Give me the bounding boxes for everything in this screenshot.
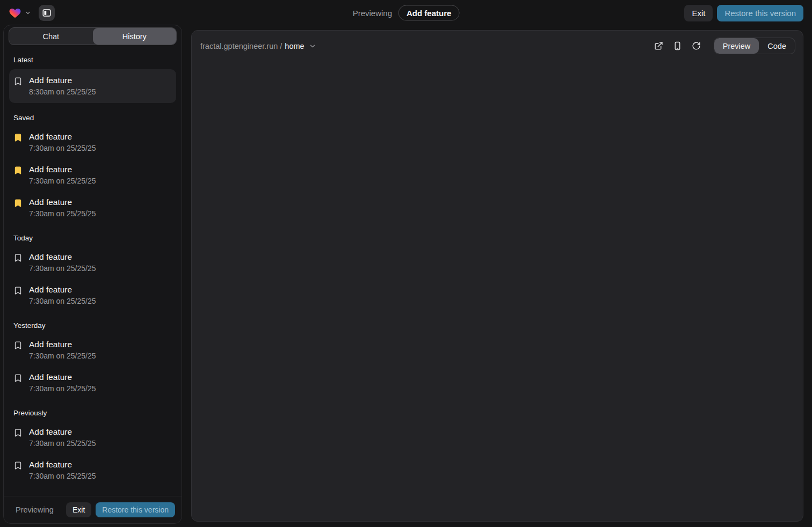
- top-bar: Previewing Add feature Exit Restore this…: [0, 0, 812, 26]
- bookmark-icon: [13, 77, 23, 86]
- preview-pane-header: fractal.gptengineer.run / home: [192, 31, 803, 61]
- section-title: Previously: [13, 409, 176, 417]
- item-title: Add feature: [29, 285, 96, 295]
- bookmark-icon: [13, 166, 23, 175]
- history-item[interactable]: Add feature 7:30am on 25/25/25: [9, 127, 176, 158]
- footer-exit-button[interactable]: Exit: [66, 502, 91, 517]
- brand[interactable]: [9, 6, 31, 19]
- history-section: Yesterday Add feature 7:30am on 25/25/25…: [9, 321, 176, 398]
- preview-status: Previewing Add feature: [353, 5, 460, 21]
- history-item[interactable]: Add feature 8:30am on 25/25/25: [9, 69, 176, 103]
- item-timestamp: 7:30am on 25/25/25: [29, 144, 96, 152]
- item-timestamp: 7:30am on 25/25/25: [29, 297, 96, 305]
- item-timestamp: 7:30am on 25/25/25: [29, 352, 96, 360]
- tab-history[interactable]: History: [93, 28, 177, 45]
- sidebar-toggle-button[interactable]: [39, 5, 55, 21]
- external-link-icon: [654, 41, 663, 50]
- section-title: Today: [13, 234, 176, 242]
- item-timestamp: 7:30am on 25/25/25: [29, 472, 96, 480]
- bookmark-icon: [13, 341, 23, 350]
- panel-left-icon: [42, 8, 52, 18]
- bookmark-icon: [13, 286, 23, 295]
- item-title: Add feature: [29, 460, 96, 470]
- bookmark-icon: [13, 253, 23, 262]
- section-items: Add feature 8:30am on 25/25/25: [9, 69, 176, 103]
- chevron-down-icon: [25, 10, 31, 16]
- history-sidebar: Chat History Latest Add feature 8:30am o…: [3, 25, 182, 524]
- tab-code[interactable]: Code: [759, 38, 795, 54]
- history-list[interactable]: Latest Add feature 8:30am on 25/25/25 Sa…: [4, 45, 182, 496]
- open-external-button[interactable]: [654, 41, 663, 50]
- bookmark-icon: [13, 461, 23, 470]
- mobile-view-button[interactable]: [673, 41, 682, 50]
- url-prefix: fractal.gptengineer.run /: [200, 42, 282, 50]
- previewing-label: Previewing: [353, 9, 392, 18]
- history-item[interactable]: Add feature 7:30am on 25/25/25: [9, 335, 176, 365]
- item-title: Add feature: [29, 197, 96, 207]
- item-title: Add feature: [29, 252, 96, 262]
- history-item[interactable]: Add feature 7:30am on 25/25/25: [9, 247, 176, 278]
- item-title: Add feature: [29, 165, 96, 174]
- bookmark-icon: [13, 428, 23, 437]
- history-item[interactable]: Add feature 7:30am on 25/25/25: [9, 280, 176, 311]
- history-section: Latest Add feature 8:30am on 25/25/25: [9, 56, 176, 103]
- history-item[interactable]: Add feature 7:30am on 25/25/25: [9, 422, 176, 453]
- version-badge[interactable]: Add feature: [398, 5, 459, 21]
- footer-restore-button[interactable]: Restore this version: [96, 502, 175, 517]
- refresh-button[interactable]: [692, 41, 701, 50]
- item-timestamp: 7:30am on 25/25/25: [29, 439, 96, 448]
- bookmark-icon: [13, 374, 23, 383]
- history-section: Previously Add feature 7:30am on 25/25/2…: [9, 409, 176, 486]
- restore-version-button[interactable]: Restore this version: [717, 5, 803, 21]
- url-page: home: [285, 42, 304, 50]
- section-items: Add feature 7:30am on 25/25/25 Add featu…: [9, 335, 176, 398]
- heart-logo-icon: [9, 6, 21, 19]
- history-item[interactable]: Add feature 7:30am on 25/25/25: [9, 160, 176, 191]
- tab-preview[interactable]: Preview: [714, 38, 759, 54]
- item-timestamp: 7:30am on 25/25/25: [29, 384, 96, 393]
- view-toggle: Preview Code: [714, 38, 795, 54]
- exit-button[interactable]: Exit: [684, 5, 713, 21]
- section-items: Add feature 7:30am on 25/25/25 Add featu…: [9, 422, 176, 486]
- item-title: Add feature: [29, 132, 96, 142]
- section-items: Add feature 7:30am on 25/25/25 Add featu…: [9, 247, 176, 311]
- url-selector[interactable]: fractal.gptengineer.run / home: [200, 42, 316, 50]
- refresh-icon: [692, 41, 701, 50]
- item-title: Add feature: [29, 427, 96, 437]
- section-items: Add feature 7:30am on 25/25/25 Add featu…: [9, 127, 176, 223]
- item-timestamp: 7:30am on 25/25/25: [29, 209, 96, 218]
- section-title: Yesterday: [13, 321, 176, 330]
- item-title: Add feature: [29, 76, 96, 85]
- history-item[interactable]: Add feature 7:30am on 25/25/25: [9, 368, 176, 398]
- item-title: Add feature: [29, 372, 96, 382]
- history-section: Today Add feature 7:30am on 25/25/25 Add…: [9, 234, 176, 311]
- bookmark-icon: [13, 133, 23, 142]
- history-section: Saved Add feature 7:30am on 25/25/25 Add…: [9, 114, 176, 223]
- sidebar-footer: Previewing Exit Restore this version: [4, 496, 182, 523]
- preview-pane: fractal.gptengineer.run / home: [191, 30, 803, 522]
- history-item[interactable]: Add feature 7:30am on 25/25/25: [9, 193, 176, 223]
- tab-chat[interactable]: Chat: [9, 28, 93, 45]
- item-title: Add feature: [29, 340, 96, 349]
- smartphone-icon: [673, 41, 682, 50]
- section-title: Latest: [13, 56, 176, 64]
- section-title: Saved: [13, 114, 176, 122]
- history-item[interactable]: Add feature 7:30am on 25/25/25: [9, 455, 176, 486]
- footer-previewing-label: Previewing: [10, 506, 54, 514]
- preview-content[interactable]: [192, 61, 803, 521]
- bookmark-icon: [13, 199, 23, 208]
- item-timestamp: 7:30am on 25/25/25: [29, 177, 96, 185]
- item-timestamp: 8:30am on 25/25/25: [29, 87, 96, 96]
- chevron-down-icon: [309, 42, 316, 50]
- sidebar-tabs: Chat History: [9, 27, 177, 45]
- item-timestamp: 7:30am on 25/25/25: [29, 264, 96, 273]
